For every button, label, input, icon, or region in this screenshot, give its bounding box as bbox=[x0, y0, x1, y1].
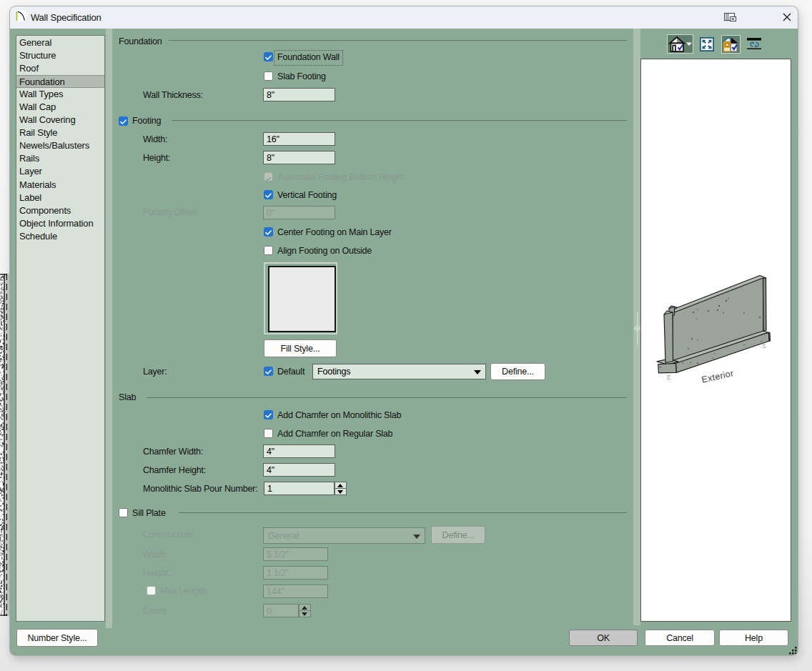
svg-text:S: S bbox=[762, 342, 766, 349]
svg-text:Exterior: Exterior bbox=[700, 368, 734, 384]
svg-text:E: E bbox=[667, 374, 671, 381]
